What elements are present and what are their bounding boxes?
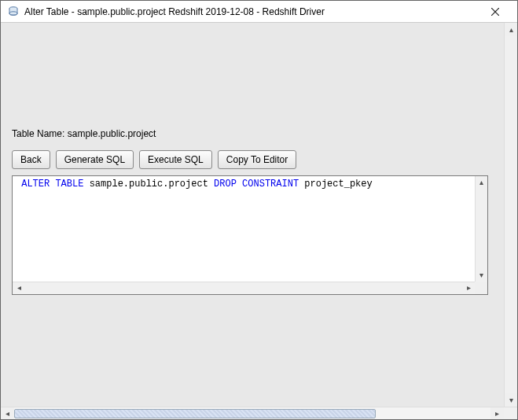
- scroll-up-icon[interactable]: ▴: [505, 23, 517, 36]
- back-button[interactable]: Back: [12, 150, 50, 169]
- scroll-up-icon[interactable]: ▴: [476, 176, 487, 189]
- main-panel: Table Name: sample.public.project Back G…: [1, 23, 517, 420]
- scroll-down-icon[interactable]: ▾: [505, 393, 517, 407]
- button-row: Back Generate SQL Execute SQL Copy To Ed…: [12, 150, 493, 169]
- scroll-left-icon[interactable]: ◂: [1, 407, 14, 420]
- scroll-down-icon[interactable]: ▾: [476, 269, 487, 282]
- panel-horizontal-scrollbar[interactable]: ◂ ▸: [1, 407, 517, 420]
- execute-sql-button[interactable]: Execute SQL: [139, 150, 212, 169]
- table-name-label: Table Name:: [12, 128, 64, 139]
- scroll-right-icon[interactable]: ▸: [462, 282, 475, 294]
- content-area: Table Name: sample.public.project Back G…: [12, 34, 493, 396]
- sql-editor[interactable]: ALTER TABLE sample.public.project DROP C…: [12, 175, 488, 295]
- scroll-right-icon[interactable]: ▸: [490, 407, 504, 420]
- table-name-value: sample.public.project: [68, 128, 156, 139]
- window-title: Alter Table - sample.public.project Reds…: [24, 6, 479, 17]
- generate-sql-button[interactable]: Generate SQL: [56, 150, 134, 169]
- scroll-track[interactable]: [14, 407, 490, 420]
- close-button[interactable]: [479, 2, 511, 22]
- copy-to-editor-button[interactable]: Copy To Editor: [218, 150, 297, 169]
- scroll-thumb[interactable]: [14, 409, 376, 418]
- scroll-left-icon[interactable]: ◂: [13, 282, 25, 294]
- titlebar: Alter Table - sample.public.project Reds…: [1, 1, 517, 23]
- table-name-row: Table Name: sample.public.project: [12, 128, 493, 139]
- sql-horizontal-scrollbar[interactable]: ◂ ▸: [13, 282, 475, 294]
- app-icon: [7, 6, 20, 18]
- scroll-corner: [475, 282, 487, 294]
- sql-text[interactable]: ALTER TABLE sample.public.project DROP C…: [16, 179, 474, 281]
- sql-vertical-scrollbar[interactable]: ▴ ▾: [475, 176, 487, 282]
- panel-vertical-scrollbar[interactable]: ▴ ▾: [504, 23, 517, 407]
